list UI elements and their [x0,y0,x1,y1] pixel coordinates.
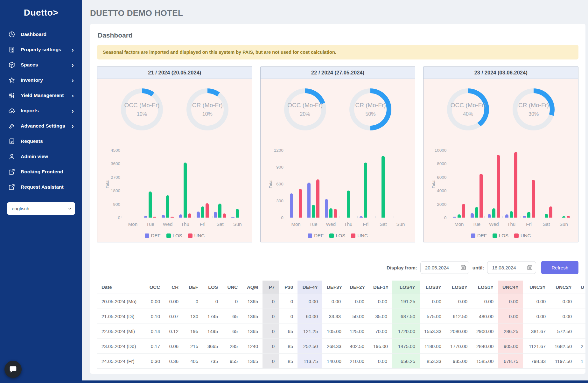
bar-unc [299,189,302,218]
bar-unc [497,155,500,218]
sidebar-item-admin-view[interactable]: Admin view [0,149,82,164]
sidebar-item-inventory[interactable]: Inventory› [0,73,82,88]
x-tick-label: Wed [159,221,177,227]
bar-group [555,150,572,218]
x-tick-label: Sun [555,221,572,227]
value-cell: 955 [222,354,242,369]
sidebar-item-dashboard[interactable]: Dashboard [0,27,82,42]
x-tick-label: Fri [357,221,374,227]
x-tick-label: Tue [468,221,485,227]
value-cell: 286.25 [498,324,523,339]
sidebar-item-label: Property settings [21,47,61,52]
sidebar-item-label: Requests [21,138,43,144]
value-cell: 210.00 [345,354,369,369]
value-cell: 0 [262,309,279,324]
donut-gauge: OCC (Mo-Fr)40% [447,88,489,130]
sidebar-item-advanced-settings[interactable]: Advanced Settings› [0,118,82,134]
value-cell: 0.00 [550,309,576,324]
x-tick-label: Fri [194,221,211,227]
sidebar-item-label: Booking Frontend [21,169,63,175]
value-cell: 0.06 [164,339,183,354]
value-cell: 678.75 [498,354,523,369]
value-cell: 0.17 [142,339,164,354]
sidebar-item-imports[interactable]: Imports› [0,103,82,118]
legend-label: LOS [336,233,345,238]
week-panel-title: 22 / 2024 (27.05.2024) [261,67,415,79]
value-cell: 1682.50 [550,339,576,354]
donut-label: OCC (Mo-Fr) [124,102,159,109]
chat-widget-button[interactable] [4,361,22,378]
refresh-button[interactable]: Refresh [541,261,578,274]
sidebar-item-property-settings[interactable]: Property settings› [0,42,82,57]
value-cell: 130 [183,309,203,324]
week-panel: 23 / 2024 (03.06.2024)OCC (Mo-Fr)40%CR (… [423,66,578,242]
x-tick-label: Sat [374,221,392,227]
bar-group [176,150,194,218]
star-icon [8,77,15,84]
bar-group [537,150,555,218]
sidebar-item-request-assistant[interactable]: Request Assistant [0,179,82,195]
x-tick-label: Sat [211,221,229,227]
bar-group [450,150,468,218]
sidebar-item-booking-frontend[interactable]: Booking Frontend [0,164,82,179]
bar-group [159,150,177,218]
bar-los [184,163,187,218]
legend-item: DEF [145,233,161,238]
donut-gauge: OCC (Mo-Fr)20% [284,88,326,130]
y-tick-label: 0 [118,215,120,220]
value-cell: 70.00 [369,324,392,339]
column-header-unc2y: UNC2Y [550,281,576,294]
legend-swatch-def [308,233,312,238]
calendar-icon[interactable] [460,265,466,271]
sidebar-item-label: Admin view [21,154,48,159]
column-header-aqm: AQM [242,281,262,294]
legend-swatch-unc [514,233,519,238]
bar-los [364,163,367,218]
sidebar-item-yield-management[interactable]: Yield Management› [0,88,82,103]
value-cell: 1197.50 [550,354,576,369]
y-tick-label: 0 [281,215,284,220]
display-from-label: Display from: [387,265,417,270]
legend-item: LOS [166,233,182,238]
bar-group [194,150,211,218]
calendar-icon[interactable] [527,265,533,271]
value-cell: 935.00 [446,354,472,369]
value-cell: 905.00 [498,339,523,354]
sidebar-item-label: Advanced Settings [21,123,65,129]
value-cell: 1770.00 [446,339,472,354]
donut-label: CR (Mo-Fr) [518,102,549,109]
bar-group [340,150,357,218]
legend-swatch-def [471,233,475,238]
y-axis-title: Total [105,179,110,188]
value-cell: 0.00 [420,294,446,309]
language-select[interactable]: englisch [7,202,75,215]
y-tick-label: 1200 [274,148,284,153]
main-content: DUETTO DEMO HOTEL Dashboard Seasonal fac… [82,0,588,383]
value-cell: 113.75 [298,354,322,369]
value-cell: 1365 [242,294,262,309]
chart-legend: DEFLOSUNC [424,233,578,238]
x-axis [122,216,249,218]
bar-group [211,150,229,218]
sidebar-item-spaces[interactable]: Spaces› [0,57,82,73]
value-cell: 1180.00 [420,339,446,354]
y-tick-label: 2000 [437,202,446,207]
column-header-unc: UNC [222,281,242,294]
legend-label: LOS [499,233,508,238]
bar-group [124,150,142,218]
value-cell: 798.33 [523,354,550,369]
value-cell: 656.25 [392,354,420,369]
column-header-los2y: LOS2Y [446,281,472,294]
value-cell: 0.00 [164,294,183,309]
x-axis [448,216,575,218]
sidebar-item-requests[interactable]: Requests [0,134,82,149]
donut-percent: 40% [463,111,473,117]
value-cell: 0.00 [446,294,472,309]
date-cell: 23.05.2024 (Do) [97,339,142,354]
value-cell: 0.14 [142,324,164,339]
legend-swatch-los [329,233,334,238]
document-icon [8,138,15,145]
value-cell: 268.33 [322,339,345,354]
table-row: 21.05.2024 (Di)0.100.0713017456513650060… [97,309,585,324]
value-cell: 735 [203,354,222,369]
